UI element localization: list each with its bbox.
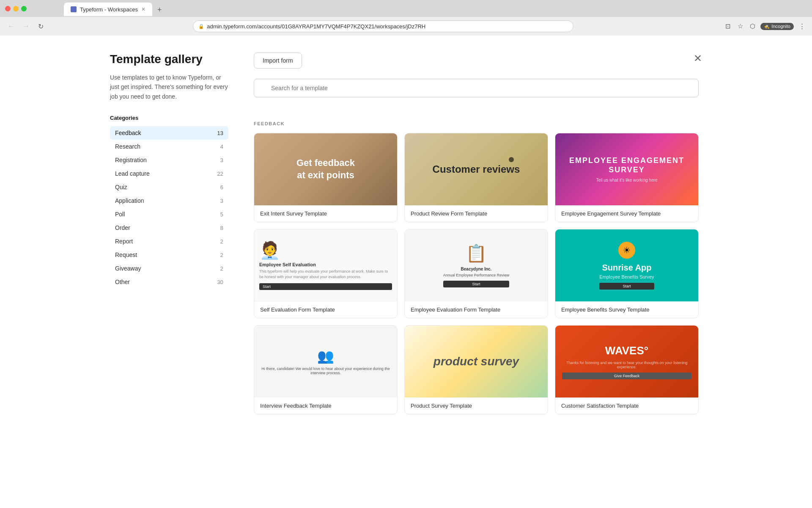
more-options-button[interactable]: ⋮ <box>797 21 807 32</box>
category-item-poll[interactable]: Poll 5 <box>110 207 228 221</box>
waves-sub: Thanks for listening and we want to hear… <box>562 361 691 369</box>
template-card-exit-intent[interactable]: Get feedback at exit points Exit Intent … <box>254 133 398 222</box>
category-count: 13 <box>217 130 223 136</box>
tab-title: Typeform - Workspaces <box>80 6 138 13</box>
close-window-button[interactable] <box>5 6 11 11</box>
category-label: Report <box>115 238 133 245</box>
interview-desc: Hi there, candidate! We would love to he… <box>259 367 392 375</box>
emp-eval-start-btn: Start <box>443 281 510 287</box>
extensions-icon[interactable]: ⬡ <box>748 21 757 32</box>
template-thumbnail-customer: Customer reviews <box>405 133 548 205</box>
waves-thumb-text: WAVES° <box>562 344 691 357</box>
product-survey-thumb-text: product survey <box>433 355 519 368</box>
template-title-waves: Customer Satisfaction Template <box>555 398 698 414</box>
template-title-employee-benefits: Employee Benefits Survey Template <box>555 301 698 318</box>
template-thumbnail-product-survey: product survey <box>405 326 548 398</box>
category-item-giveaway[interactable]: Giveaway 2 <box>110 262 228 275</box>
search-wrapper: 🔍 <box>254 79 699 109</box>
traffic-lights <box>5 6 27 11</box>
category-item-report[interactable]: Report 2 <box>110 235 228 248</box>
category-item-request[interactable]: Request 2 <box>110 248 228 262</box>
template-card-self-eval[interactable]: 🧑‍💼 Employee Self Evaluation This typefo… <box>254 229 398 318</box>
templates-grid: Get feedback at exit points Exit Intent … <box>254 133 699 414</box>
template-card-waves[interactable]: WAVES° Thanks for listening and we want … <box>555 325 699 414</box>
waves-feedback-btn: Give Feedback <box>562 373 691 379</box>
category-item-registration[interactable]: Registration 3 <box>110 153 228 167</box>
category-count: 3 <box>220 198 223 204</box>
section-label-feedback: FEEDBACK <box>254 121 699 126</box>
template-title-self-eval: Self Evaluation Form Template <box>254 301 397 318</box>
category-item-research[interactable]: Research 4 <box>110 140 228 153</box>
browser-titlebar: Typeform - Workspaces ✕ + <box>0 0 812 17</box>
minimize-window-button[interactable] <box>13 6 19 11</box>
self-eval-form-desc: This typeform will help you evaluate you… <box>259 269 392 279</box>
category-item-quiz[interactable]: Quiz 6 <box>110 180 228 194</box>
categories-heading: Categories <box>110 115 228 121</box>
category-count: 2 <box>220 265 223 272</box>
exit-thumb-text: Get feedback at exit points <box>296 157 355 181</box>
browser-window: Typeform - Workspaces ✕ + ← → ↻ 🔒 admin.… <box>0 0 812 508</box>
category-count: 22 <box>217 171 223 177</box>
template-card-interview[interactable]: 👥 Hi there, candidate! We would love to … <box>254 325 398 414</box>
new-tab-button[interactable]: + <box>154 4 165 16</box>
left-panel: Template gallery Use templates to get to… <box>110 52 228 491</box>
category-count: 6 <box>220 184 223 190</box>
template-thumbnail-exit: Get feedback at exit points <box>254 133 397 205</box>
employee-eng-sub-text: Tell us what it's like working here <box>562 178 691 182</box>
category-count: 2 <box>220 238 223 245</box>
self-eval-icon: 🧑‍💼 <box>259 240 392 260</box>
nav-reload-button[interactable]: ↻ <box>36 21 46 32</box>
benefits-sun-icon: ☀ <box>618 242 635 259</box>
cast-icon[interactable]: ⊡ <box>724 21 732 32</box>
address-bar[interactable]: 🔒 admin.typeform.com/accounts/01G8AYRAP1… <box>193 20 573 32</box>
template-thumbnail-self-eval: 🧑‍💼 Employee Self Evaluation This typefo… <box>254 229 397 301</box>
self-eval-form-title: Employee Self Evaluation <box>259 262 392 267</box>
template-card-employee-engagement[interactable]: EMPLOYEE ENGAGEMENT SURVEY Tell us what … <box>555 133 699 222</box>
template-thumbnail-waves: WAVES° Thanks for listening and we want … <box>555 326 698 398</box>
category-count: 5 <box>220 211 223 218</box>
incognito-label: Incognito <box>771 24 790 29</box>
category-item-leadcapture[interactable]: Lead capture 22 <box>110 167 228 180</box>
search-input[interactable] <box>254 79 699 97</box>
modal-overlay: ✕ Template gallery Use templates to get … <box>0 36 812 508</box>
maximize-window-button[interactable] <box>21 6 27 11</box>
category-item-order[interactable]: Order 8 <box>110 221 228 235</box>
emp-eval-subtitle: Annual Employee Performance Review <box>443 273 510 277</box>
template-card-employee-benefits[interactable]: ☀ Sunrise App Employee Benefits Survey S… <box>555 229 699 318</box>
category-label: Research <box>115 143 140 150</box>
template-title-interview: Interview Feedback Template <box>254 398 397 414</box>
customer-thumb-text: Customer reviews <box>433 163 520 175</box>
category-label: Giveaway <box>115 265 141 272</box>
template-card-employee-eval[interactable]: 📋 Beacydyne Inc. Annual Employee Perform… <box>404 229 548 318</box>
category-count: 30 <box>217 279 223 285</box>
template-title-employee-eval: Employee Evaluation Form Template <box>405 301 548 318</box>
template-card-product-review[interactable]: Customer reviews Product Review Form Tem… <box>404 133 548 222</box>
nav-back-button[interactable]: ← <box>5 21 17 32</box>
category-list: Feedback 13 Research 4 Registration 3 <box>110 126 228 289</box>
self-eval-start-btn: Start <box>259 283 392 290</box>
page-content: ✕ Template gallery Use templates to get … <box>0 36 812 508</box>
category-label: Lead capture <box>115 170 150 177</box>
category-label: Order <box>115 224 130 231</box>
template-title-employee-engagement: Employee Engagement Survey Template <box>555 205 698 222</box>
template-card-product-survey[interactable]: product survey Product Survey Template <box>404 325 548 414</box>
modal-close-button[interactable]: ✕ <box>694 52 702 64</box>
template-thumbnail-employee-benefits: ☀ Sunrise App Employee Benefits Survey S… <box>555 229 698 301</box>
incognito-badge: 🕵 Incognito <box>760 23 794 30</box>
browser-tab[interactable]: Typeform - Workspaces ✕ <box>64 3 152 16</box>
template-thumbnail-employee-eval: 📋 Beacydyne Inc. Annual Employee Perform… <box>405 229 548 301</box>
category-label: Registration <box>115 157 147 163</box>
template-thumbnail-employee-eng: EMPLOYEE ENGAGEMENT SURVEY Tell us what … <box>555 133 698 205</box>
category-label: Application <box>115 197 144 204</box>
interview-people-icon: 👥 <box>259 348 392 364</box>
bookmark-icon[interactable]: ☆ <box>736 21 745 32</box>
tab-close-button[interactable]: ✕ <box>141 6 145 12</box>
category-count: 8 <box>220 225 223 231</box>
category-label: Poll <box>115 211 125 218</box>
category-item-feedback[interactable]: Feedback 13 <box>110 126 228 140</box>
category-label: Feedback <box>115 130 141 136</box>
import-form-button[interactable]: Import form <box>254 52 302 69</box>
category-item-other[interactable]: Other 30 <box>110 275 228 289</box>
category-item-application[interactable]: Application 3 <box>110 194 228 207</box>
nav-forward-button[interactable]: → <box>20 21 32 32</box>
